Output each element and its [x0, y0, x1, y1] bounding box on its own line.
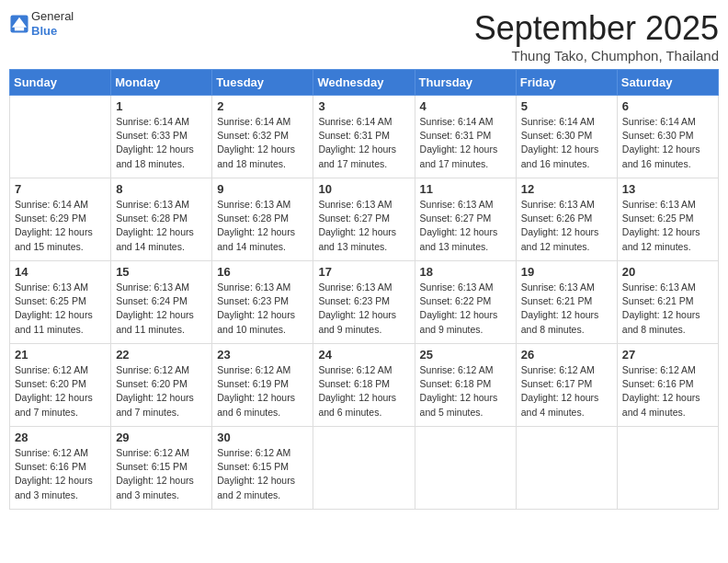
calendar-cell: 28Sunrise: 6:12 AMSunset: 6:16 PMDayligh…: [10, 427, 111, 510]
calendar-cell: [10, 96, 111, 178]
day-info: Sunrise: 6:13 AMSunset: 6:25 PMDaylight:…: [15, 281, 106, 337]
calendar-cell: 5Sunrise: 6:14 AMSunset: 6:30 PMDaylight…: [516, 96, 617, 178]
day-number: 5: [521, 99, 612, 113]
day-number: 12: [521, 182, 612, 196]
calendar-cell: 11Sunrise: 6:13 AMSunset: 6:27 PMDayligh…: [415, 178, 516, 261]
week-row-2: 7Sunrise: 6:14 AMSunset: 6:29 PMDaylight…: [10, 178, 719, 261]
logo-text: General Blue: [31, 9, 74, 38]
location-title: Thung Tako, Chumphon, Thailand: [474, 48, 719, 63]
day-info: Sunrise: 6:12 AMSunset: 6:20 PMDaylight:…: [15, 363, 106, 419]
week-row-1: 1Sunrise: 6:14 AMSunset: 6:33 PMDaylight…: [10, 96, 719, 178]
day-info: Sunrise: 6:13 AMSunset: 6:21 PMDaylight:…: [622, 281, 713, 337]
day-info: Sunrise: 6:14 AMSunset: 6:31 PMDaylight:…: [420, 115, 511, 171]
logo-general: General: [31, 9, 74, 24]
calendar-cell: 7Sunrise: 6:14 AMSunset: 6:29 PMDaylight…: [10, 178, 111, 261]
calendar-cell: 26Sunrise: 6:12 AMSunset: 6:17 PMDayligh…: [516, 344, 617, 427]
day-info: Sunrise: 6:12 AMSunset: 6:20 PMDaylight:…: [116, 363, 207, 419]
day-info: Sunrise: 6:13 AMSunset: 6:27 PMDaylight:…: [318, 198, 409, 254]
header-monday: Monday: [111, 70, 212, 96]
title-area: September 2025 Thung Tako, Chumphon, Tha…: [474, 9, 719, 63]
day-number: 17: [318, 265, 409, 279]
day-number: 19: [521, 265, 612, 279]
day-number: 6: [622, 99, 713, 113]
day-info: Sunrise: 6:14 AMSunset: 6:30 PMDaylight:…: [521, 115, 612, 171]
logo-icon: [9, 14, 29, 34]
day-number: 22: [116, 348, 207, 362]
day-info: Sunrise: 6:13 AMSunset: 6:23 PMDaylight:…: [217, 281, 308, 337]
day-number: 3: [318, 99, 409, 113]
day-number: 13: [622, 182, 713, 196]
day-number: 10: [318, 182, 409, 196]
day-number: 8: [116, 182, 207, 196]
day-info: Sunrise: 6:13 AMSunset: 6:25 PMDaylight:…: [622, 198, 713, 254]
header-tuesday: Tuesday: [212, 70, 313, 96]
day-number: 28: [15, 431, 106, 444]
calendar-cell: 13Sunrise: 6:13 AMSunset: 6:25 PMDayligh…: [617, 178, 718, 261]
calendar-cell: [516, 427, 617, 510]
header-wednesday: Wednesday: [313, 70, 415, 96]
day-info: Sunrise: 6:12 AMSunset: 6:15 PMDaylight:…: [217, 446, 308, 502]
day-number: 27: [622, 348, 713, 362]
day-info: Sunrise: 6:13 AMSunset: 6:22 PMDaylight:…: [420, 281, 511, 337]
day-number: 14: [15, 265, 106, 279]
day-number: 9: [217, 182, 308, 196]
day-number: 25: [420, 348, 511, 362]
calendar-cell: [617, 427, 718, 510]
calendar-cell: 30Sunrise: 6:12 AMSunset: 6:15 PMDayligh…: [212, 427, 313, 510]
day-number: 29: [116, 431, 207, 444]
day-number: 23: [217, 348, 308, 362]
day-info: Sunrise: 6:14 AMSunset: 6:33 PMDaylight:…: [116, 115, 207, 171]
day-info: Sunrise: 6:14 AMSunset: 6:32 PMDaylight:…: [217, 115, 308, 171]
calendar-cell: 16Sunrise: 6:13 AMSunset: 6:23 PMDayligh…: [212, 261, 313, 344]
day-info: Sunrise: 6:12 AMSunset: 6:18 PMDaylight:…: [420, 363, 511, 419]
calendar-cell: 9Sunrise: 6:13 AMSunset: 6:28 PMDaylight…: [212, 178, 313, 261]
header-sunday: Sunday: [10, 70, 111, 96]
day-number: 1: [116, 99, 207, 113]
day-info: Sunrise: 6:12 AMSunset: 6:15 PMDaylight:…: [116, 446, 207, 502]
calendar-cell: 10Sunrise: 6:13 AMSunset: 6:27 PMDayligh…: [313, 178, 415, 261]
day-info: Sunrise: 6:13 AMSunset: 6:26 PMDaylight:…: [521, 198, 612, 254]
calendar-cell: [415, 427, 516, 510]
day-number: 11: [420, 182, 511, 196]
calendar-cell: 6Sunrise: 6:14 AMSunset: 6:30 PMDaylight…: [617, 96, 718, 178]
day-info: Sunrise: 6:12 AMSunset: 6:16 PMDaylight:…: [15, 446, 106, 502]
day-number: 2: [217, 99, 308, 113]
day-info: Sunrise: 6:14 AMSunset: 6:30 PMDaylight:…: [622, 115, 713, 171]
calendar-cell: 3Sunrise: 6:14 AMSunset: 6:31 PMDaylight…: [313, 96, 415, 178]
calendar-cell: 2Sunrise: 6:14 AMSunset: 6:32 PMDaylight…: [212, 96, 313, 178]
calendar-cell: 29Sunrise: 6:12 AMSunset: 6:15 PMDayligh…: [111, 427, 212, 510]
calendar-header-row: SundayMondayTuesdayWednesdayThursdayFrid…: [10, 70, 719, 96]
day-info: Sunrise: 6:13 AMSunset: 6:28 PMDaylight:…: [116, 198, 207, 254]
day-number: 18: [420, 265, 511, 279]
calendar-cell: 12Sunrise: 6:13 AMSunset: 6:26 PMDayligh…: [516, 178, 617, 261]
day-info: Sunrise: 6:13 AMSunset: 6:21 PMDaylight:…: [521, 281, 612, 337]
calendar-cell: 21Sunrise: 6:12 AMSunset: 6:20 PMDayligh…: [10, 344, 111, 427]
day-info: Sunrise: 6:12 AMSunset: 6:17 PMDaylight:…: [521, 363, 612, 419]
calendar-cell: 1Sunrise: 6:14 AMSunset: 6:33 PMDaylight…: [111, 96, 212, 178]
week-row-5: 28Sunrise: 6:12 AMSunset: 6:16 PMDayligh…: [10, 427, 719, 510]
calendar-cell: 17Sunrise: 6:13 AMSunset: 6:23 PMDayligh…: [313, 261, 415, 344]
day-number: 21: [15, 348, 106, 362]
calendar-cell: [313, 427, 415, 510]
calendar-cell: 22Sunrise: 6:12 AMSunset: 6:20 PMDayligh…: [111, 344, 212, 427]
header-saturday: Saturday: [617, 70, 718, 96]
week-row-4: 21Sunrise: 6:12 AMSunset: 6:20 PMDayligh…: [10, 344, 719, 427]
day-number: 26: [521, 348, 612, 362]
day-info: Sunrise: 6:13 AMSunset: 6:24 PMDaylight:…: [116, 281, 207, 337]
calendar-cell: 18Sunrise: 6:13 AMSunset: 6:22 PMDayligh…: [415, 261, 516, 344]
calendar-cell: 15Sunrise: 6:13 AMSunset: 6:24 PMDayligh…: [111, 261, 212, 344]
day-info: Sunrise: 6:13 AMSunset: 6:27 PMDaylight:…: [420, 198, 511, 254]
day-info: Sunrise: 6:14 AMSunset: 6:29 PMDaylight:…: [15, 198, 106, 254]
day-info: Sunrise: 6:14 AMSunset: 6:31 PMDaylight:…: [318, 115, 409, 171]
day-number: 7: [15, 182, 106, 196]
day-number: 15: [116, 265, 207, 279]
day-info: Sunrise: 6:13 AMSunset: 6:23 PMDaylight:…: [318, 281, 409, 337]
day-number: 24: [318, 348, 409, 362]
calendar-cell: 19Sunrise: 6:13 AMSunset: 6:21 PMDayligh…: [516, 261, 617, 344]
month-title: September 2025: [474, 9, 719, 48]
calendar-cell: 25Sunrise: 6:12 AMSunset: 6:18 PMDayligh…: [415, 344, 516, 427]
header-thursday: Thursday: [415, 70, 516, 96]
calendar-cell: 14Sunrise: 6:13 AMSunset: 6:25 PMDayligh…: [10, 261, 111, 344]
week-row-3: 14Sunrise: 6:13 AMSunset: 6:25 PMDayligh…: [10, 261, 719, 344]
day-info: Sunrise: 6:12 AMSunset: 6:18 PMDaylight:…: [318, 363, 409, 419]
